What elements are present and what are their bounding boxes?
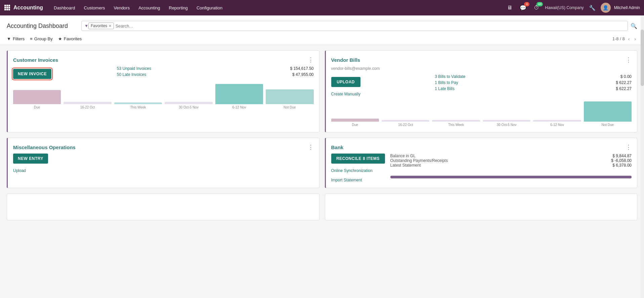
bar-label: Due <box>352 123 358 127</box>
support-icon-btn[interactable]: 🖥 <box>505 3 515 13</box>
favorites-tag-label: Favorites <box>91 24 107 28</box>
menu-reporting[interactable]: Reporting <box>165 3 192 12</box>
new-invoice-button[interactable]: NEW INVOICE <box>13 69 51 79</box>
customer-invoices-header: Customer Invoices ⋮ <box>13 56 314 63</box>
grid-icon[interactable] <box>4 4 10 11</box>
bar-label: 6-12 Nov <box>232 105 246 109</box>
company-name[interactable]: Hawaii(US) Company <box>545 5 584 10</box>
groupby-button[interactable]: ≡ Group By <box>30 35 53 43</box>
bills-validate-row: 3 Bills to Validate $ 0.00 <box>435 74 632 79</box>
late-bills-label[interactable]: 1 Late Bills <box>435 86 455 91</box>
misc-operations-card: Miscellaneous Operations ⋮ NEW ENTRY Upl… <box>7 138 319 188</box>
bar[interactable] <box>165 102 212 104</box>
page-title: Accounting Dashboard <box>7 20 68 32</box>
bills-validate-label[interactable]: 3 Bills to Validate <box>435 74 465 79</box>
bar[interactable] <box>266 89 313 104</box>
create-manually-link[interactable]: Create Manually <box>331 92 360 96</box>
top-navigation: Accounting Dashboard Customers Vendors A… <box>0 0 644 15</box>
bar[interactable] <box>533 120 581 122</box>
vendor-bills-actions: UPLOAD Create Manually <box>331 74 430 96</box>
bar[interactable] <box>584 101 632 122</box>
bar-label: Due <box>34 105 40 109</box>
menu-accounting[interactable]: Accounting <box>134 3 164 12</box>
bank-actions: RECONCILE 8 ITEMS Online Synchronization… <box>331 154 385 182</box>
favorites-filter-label: Favorites <box>64 36 82 41</box>
bar[interactable] <box>215 84 263 104</box>
menu-customers[interactable]: Customers <box>80 3 109 12</box>
bar-label: 6-12 Nov <box>550 123 564 127</box>
favorites-button[interactable]: ★ Favorites <box>58 35 82 43</box>
subheader: Accounting Dashboard ▼ Favorites ✕ 🔍 ▼ F… <box>0 15 644 45</box>
import-statement-link[interactable]: Import Statement <box>331 178 385 182</box>
bar[interactable] <box>483 120 530 122</box>
horizontal-scrollbar[interactable] <box>390 176 632 178</box>
new-entry-button[interactable]: NEW ENTRY <box>13 154 48 164</box>
filters-label: Filters <box>13 36 25 41</box>
svg-rect-8 <box>8 9 10 10</box>
svg-rect-0 <box>4 5 6 6</box>
favorites-tag[interactable]: Favorites ✕ <box>88 23 114 29</box>
upload-button[interactable]: UPLOAD <box>331 77 360 87</box>
stat-row-unpaid: 53 Unpaid Invoices $ 154,617.50 <box>117 66 314 71</box>
vendor-bills-subtitle: vendor-bills@example.com <box>331 66 632 71</box>
bar-group: 16-22 Oct <box>63 102 111 109</box>
filters-button[interactable]: ▼ Filters <box>7 35 25 43</box>
topnav-right-area: 🖥 💬 4 ⏱ 44 Hawaii(US) Company 🔧 👤 Mitche… <box>505 3 640 13</box>
latest-statement-value: $ 6,378.00 <box>612 163 632 168</box>
cards-row-2: Miscellaneous Operations ⋮ NEW ENTRY Upl… <box>7 138 637 188</box>
menu-configuration[interactable]: Configuration <box>192 3 226 12</box>
reconcile-button[interactable]: RECONCILE 8 ITEMS <box>331 154 385 164</box>
late-invoices-label[interactable]: 50 Late Invoices <box>117 72 146 77</box>
activity-icon-btn[interactable]: ⏱ 44 <box>531 3 542 13</box>
customer-invoices-menu-button[interactable]: ⋮ <box>308 56 314 63</box>
chat-icon-btn[interactable]: 💬 4 <box>518 3 528 13</box>
bar[interactable] <box>382 120 429 122</box>
main-content: Customer Invoices ⋮ NEW INVOICE 53 Unpai… <box>0 45 644 226</box>
avatar[interactable]: 👤 <box>601 3 611 13</box>
unpaid-invoices-label[interactable]: 53 Unpaid Invoices <box>117 66 151 71</box>
bar[interactable] <box>331 119 379 122</box>
bar-group: 30 Oct-5 Nov <box>483 120 530 127</box>
customer-invoices-title: Customer Invoices <box>13 57 58 63</box>
svg-rect-5 <box>8 7 10 8</box>
wrench-icon-btn[interactable]: 🔧 <box>587 3 597 13</box>
monitor-icon: 🖥 <box>507 5 512 11</box>
latest-statement-row: Latest Statement $ 6,378.00 <box>390 163 632 168</box>
bar-group: Not Due <box>266 89 313 109</box>
svg-rect-6 <box>4 9 6 10</box>
outstanding-value: $ -6,058.00 <box>611 158 632 163</box>
bar-label: Not Due <box>284 105 296 109</box>
customer-invoices-stats: 53 Unpaid Invoices $ 154,617.50 50 Late … <box>117 66 314 79</box>
bar[interactable] <box>13 90 61 104</box>
bar[interactable] <box>114 102 162 104</box>
groupby-icon: ≡ <box>30 36 33 41</box>
vendor-bills-menu-button[interactable]: ⋮ <box>626 56 632 63</box>
customer-invoices-stats-container: NEW INVOICE 53 Unpaid Invoices $ 154,617… <box>13 66 314 79</box>
bar[interactable] <box>432 120 480 122</box>
bar[interactable] <box>63 102 111 104</box>
vertical-scrollbar-thumb[interactable] <box>641 30 644 86</box>
menu-dashboard[interactable]: Dashboard <box>50 3 79 12</box>
search-button[interactable]: 🔍 <box>631 23 637 29</box>
stat-row-late: 50 Late Invoices $ 47,955.00 <box>117 72 314 77</box>
search-input[interactable] <box>114 24 625 29</box>
next-page-button[interactable]: › <box>633 36 637 42</box>
prev-page-button[interactable]: ‹ <box>627 36 631 42</box>
bar-label: 30 Oct-5 Nov <box>497 123 517 127</box>
remove-tag-icon[interactable]: ✕ <box>109 24 112 28</box>
search-bar: ▼ Favorites ✕ <box>81 21 628 31</box>
unpaid-invoices-value: $ 154,617.50 <box>290 66 313 71</box>
online-sync-link[interactable]: Online Synchronization <box>331 168 385 173</box>
balance-gl-row: Balance in GL $ 9,844.87 <box>390 154 632 158</box>
menu-vendors[interactable]: Vendors <box>110 3 134 12</box>
upload-link[interactable]: Upload <box>13 168 314 173</box>
bills-pay-label[interactable]: 1 Bills to Pay <box>435 80 458 85</box>
bills-pay-value: $ 622.27 <box>616 80 632 85</box>
bar-group: 16-22 Oct <box>382 120 429 127</box>
bar-group: 6-12 Nov <box>215 84 263 109</box>
misc-operations-menu-button[interactable]: ⋮ <box>308 143 314 151</box>
customer-invoices-chart: Due16-22 OctThis Week30 Oct-5 Nov6-12 No… <box>13 82 314 109</box>
vertical-scrollbar-track[interactable] <box>641 15 644 226</box>
bank-menu-button[interactable]: ⋮ <box>626 143 632 151</box>
app-brand[interactable]: Accounting <box>13 5 43 11</box>
